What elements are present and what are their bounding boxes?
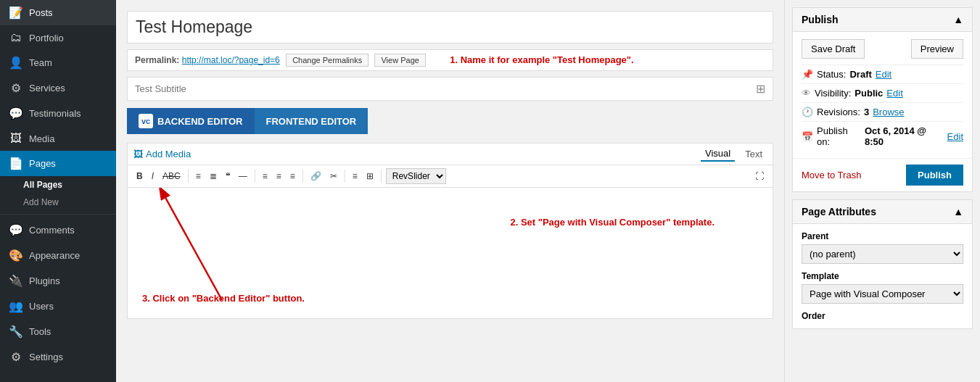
template-group: Template Page with Visual Composer [802, 271, 963, 304]
order-label: Order [802, 311, 963, 321]
sidebar-item-pages[interactable]: 📄 Pages [0, 151, 116, 176]
bold-button[interactable]: B [133, 170, 146, 183]
pages-icon: 📄 [9, 157, 23, 170]
services-icon: ⚙ [9, 81, 23, 95]
sidebar-item-team[interactable]: 👤 Team [0, 50, 116, 75]
comments-icon: 💬 [9, 223, 23, 237]
backend-editor-button[interactable]: vc BACKEND EDITOR [127, 108, 255, 134]
table-button[interactable]: ⊞ [363, 170, 376, 183]
parent-select[interactable]: (no parent) [802, 244, 963, 264]
tab-text[interactable]: Text [741, 146, 767, 162]
attributes-collapse-icon[interactable]: ▲ [953, 206, 963, 217]
page-attributes-header: Page Attributes ▲ [793, 200, 972, 224]
permalink-label: Permalink: [135, 55, 179, 65]
change-permalinks-button[interactable]: Change Permalinks [286, 54, 368, 67]
move-to-trash-button[interactable]: Move to Trash [802, 170, 861, 180]
page-title-input[interactable] [127, 11, 773, 43]
sidebar-item-tools[interactable]: 🔧 Tools [0, 319, 116, 344]
ul-button[interactable]: ≣ [207, 170, 220, 183]
vc-buttons-row: vc BACKEND EDITOR FRONTEND EDITOR [127, 108, 773, 134]
page-attributes-body: Parent (no parent) Template Page with Vi… [793, 224, 972, 328]
annotation-2: 2. Set "Page with Visual Composer" templ… [510, 217, 715, 228]
fullscreen-button[interactable]: ⛶ [752, 170, 767, 183]
editor-area: Permalink: http://mat.loc/?page_id=6 Cha… [116, 0, 784, 382]
users-icon: 👥 [9, 299, 23, 313]
align-center-button[interactable]: ≡ [273, 170, 284, 183]
sidebar-item-posts[interactable]: 📝 Posts [0, 0, 116, 25]
vc-logo: vc [139, 114, 153, 128]
publish-on-row: 📅 Publish on: Oct 6, 2014 @ 8:50 Edit [802, 121, 963, 151]
right-panel: Publish ▲ Save Draft Preview 📌 Status: D… [784, 0, 980, 382]
annotation-3: 3. Click on "Backend Editor" button. [142, 293, 305, 304]
add-media-button[interactable]: 🖼 Add Media [133, 149, 191, 159]
toolbar-divider-1 [188, 170, 189, 183]
link-button[interactable]: 🔗 [308, 170, 324, 183]
main-area: Permalink: http://mat.loc/?page_id=6 Cha… [116, 0, 980, 382]
sidebar-item-portfolio[interactable]: 🗂 Portfolio [0, 25, 116, 50]
sidebar-item-users[interactable]: 👥 Users [0, 294, 116, 319]
toolbar-divider-4 [345, 170, 345, 183]
subtitle-input[interactable] [135, 83, 756, 94]
visibility-row: 👁 Visibility: Public Edit [802, 83, 963, 102]
sidebar-sub-add-new[interactable]: Add New [0, 194, 116, 211]
blockquote-button[interactable]: ❝ [223, 170, 233, 183]
add-media-icon: 🖼 [133, 149, 143, 159]
appearance-icon: 🎨 [9, 249, 23, 262]
align-right-button[interactable]: ≡ [287, 170, 298, 183]
permalink-url[interactable]: http://mat.loc/?page_id=6 [182, 55, 280, 65]
team-icon: 👤 [9, 56, 23, 70]
revslider-dropdown[interactable]: RevSlider [386, 168, 446, 184]
sidebar-item-testimonials[interactable]: 💬 Testimonials [0, 101, 116, 126]
publish-button[interactable]: Publish [906, 165, 963, 186]
visual-text-tabs: Visual Text [701, 146, 767, 162]
annotation-1: 1. Name it for example "Test Homepage". [450, 54, 633, 65]
align-left-button[interactable]: ≡ [260, 170, 271, 183]
sidebar-item-media[interactable]: 🖼 Media [0, 126, 116, 151]
publish-box: Publish ▲ Save Draft Preview 📌 Status: D… [792, 7, 973, 192]
sidebar-item-comments[interactable]: 💬 Comments [0, 217, 116, 243]
plugins-icon: 🔌 [9, 274, 23, 288]
status-edit-link[interactable]: Edit [876, 69, 892, 80]
svg-line-1 [164, 195, 222, 300]
publish-footer: Move to Trash Publish [793, 158, 972, 191]
italic-button[interactable]: I [149, 170, 157, 183]
collapse-icon[interactable]: ▲ [953, 14, 963, 25]
frontend-editor-button[interactable]: FRONTEND EDITOR [255, 108, 368, 134]
status-icon: 📌 [802, 69, 813, 80]
page-attributes-box: Page Attributes ▲ Parent (no parent) Tem… [792, 199, 973, 329]
tab-visual[interactable]: Visual [701, 146, 735, 162]
editor-toolbar: B I ABC ≡ ≣ ❝ — ≡ ≡ ≡ 🔗 ✂ ≡ [128, 165, 773, 188]
visibility-edit-link[interactable]: Edit [886, 88, 902, 99]
unlink-button[interactable]: ✂ [327, 170, 340, 183]
revisions-icon: 🕐 [802, 107, 813, 117]
sidebar-sub-all-pages[interactable]: All Pages [0, 176, 116, 194]
media-icon: 🖼 [9, 132, 23, 145]
sidebar-item-settings[interactable]: ⚙ Settings [0, 344, 116, 370]
publish-box-header: Publish ▲ [793, 8, 972, 32]
editor-content[interactable]: 3. Click on "Backend Editor" button. 2. … [128, 188, 773, 318]
subtitle-icon: ⊞ [756, 82, 765, 96]
revisions-browse-link[interactable]: Browse [873, 107, 904, 117]
template-label: Template [802, 271, 963, 281]
sidebar-item-appearance[interactable]: 🎨 Appearance [0, 243, 116, 268]
editor-wrapper: 🖼 Add Media Visual Text B I ABC ≡ ≣ ❝ [127, 143, 773, 319]
preview-button[interactable]: Preview [911, 39, 963, 59]
publish-box-body: Save Draft Preview 📌 Status: Draft Edit … [793, 32, 972, 158]
hr-button[interactable]: — [236, 170, 250, 183]
strikethrough-button[interactable]: ABC [160, 170, 184, 183]
portfolio-icon: 🗂 [9, 31, 23, 44]
list-button[interactable]: ≡ [350, 170, 361, 183]
sidebar: 📝 Posts 🗂 Portfolio 👤 Team ⚙ Services 💬 … [0, 0, 116, 382]
view-page-button[interactable]: View Page [374, 54, 425, 67]
revisions-row: 🕐 Revisions: 3 Browse [802, 102, 963, 121]
publish-top-row: Save Draft Preview [802, 39, 963, 59]
posts-icon: 📝 [9, 6, 23, 20]
sidebar-item-services[interactable]: ⚙ Services [0, 75, 116, 101]
testimonials-icon: 💬 [9, 107, 23, 120]
calendar-icon: 📅 [802, 131, 813, 142]
ol-button[interactable]: ≡ [193, 170, 204, 183]
sidebar-item-plugins[interactable]: 🔌 Plugins [0, 268, 116, 294]
save-draft-button[interactable]: Save Draft [802, 39, 865, 59]
publish-on-edit-link[interactable]: Edit [947, 131, 963, 142]
template-select[interactable]: Page with Visual Composer [802, 284, 963, 304]
